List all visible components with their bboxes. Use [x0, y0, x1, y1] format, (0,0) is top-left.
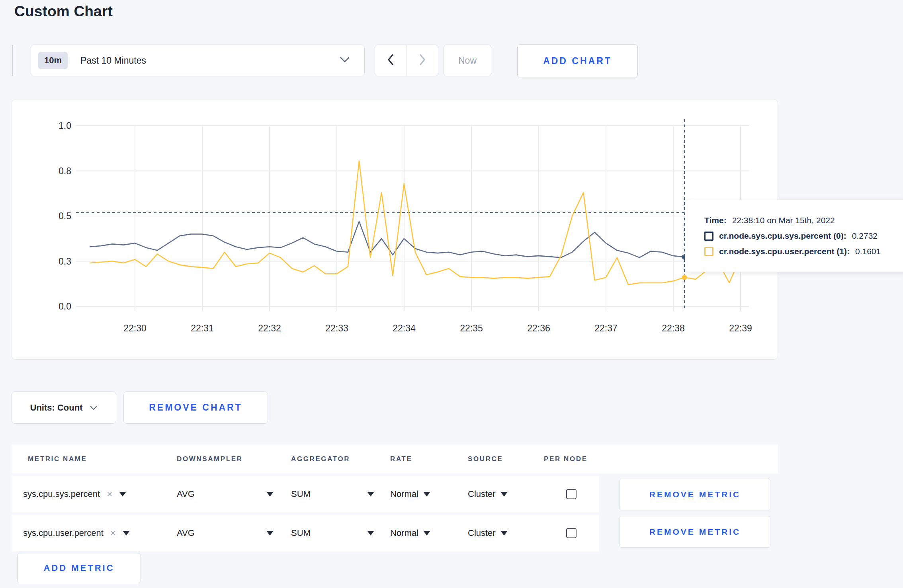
dropdown-arrow-icon	[500, 492, 508, 496]
rate-value: Normal	[390, 528, 418, 538]
dropdown-arrow-icon	[123, 531, 130, 535]
dropdown-arrow-icon	[423, 531, 430, 535]
dropdown-arrow-icon	[266, 531, 274, 535]
downsampler-value: AVG	[177, 489, 195, 499]
chevron-down-icon	[340, 56, 350, 64]
metric-name-dropdown[interactable]: sys.cpu.user.percent ×	[23, 528, 130, 539]
downsampler-dropdown[interactable]: AVG	[177, 528, 274, 538]
series-line-user	[90, 161, 741, 285]
tooltip-series-name: cr.node.sys.cpu.user.percent (1):	[719, 247, 850, 256]
y-axis-tick-label: 0.0	[59, 301, 71, 312]
x-axis-tick-label: 22:30	[123, 323, 147, 333]
dropdown-arrow-icon	[119, 492, 126, 496]
metric-name-value: sys.cpu.sys.percent	[23, 489, 100, 499]
table-row: sys.cpu.user.percent × AVG SUM Normal Cl…	[12, 515, 599, 551]
x-axis-tick-label: 22:38	[662, 323, 685, 333]
time-range-badge: 10m	[38, 52, 68, 69]
x-axis-tick-label: 22:33	[325, 323, 348, 333]
now-button[interactable]: Now	[444, 45, 491, 76]
next-window-button[interactable]	[407, 45, 438, 76]
rate-dropdown[interactable]: Normal	[390, 489, 430, 499]
time-range-select[interactable]: 10m Past 10 Minutes	[31, 45, 365, 76]
metrics-table-header: METRIC NAME DOWNSAMPLER AGGREGATOR RATE …	[12, 445, 778, 473]
add-metric-button[interactable]: ADD METRIC	[17, 553, 141, 583]
remove-chart-button[interactable]: REMOVE CHART	[123, 391, 268, 424]
custom-chart-plot[interactable]: 0.00.30.50.81.022:3022:3122:3222:3322:34…	[12, 99, 777, 359]
y-axis-tick-label: 0.8	[59, 166, 71, 176]
y-axis-tick-label: 0.3	[59, 256, 71, 267]
source-value: Cluster	[468, 528, 496, 538]
source-dropdown[interactable]: Cluster	[468, 528, 508, 538]
col-header-aggregator: AGGREGATOR	[291, 455, 350, 463]
x-axis-tick-label: 22:37	[594, 323, 618, 333]
sys-series-swatch-icon	[704, 232, 713, 241]
col-header-source: SOURCE	[468, 455, 503, 463]
tooltip-series-row: cr.node.sys.cpu.sys.percent (0): 0.2732	[704, 231, 903, 241]
prev-window-button[interactable]	[375, 45, 407, 76]
dropdown-arrow-icon	[367, 492, 374, 496]
remove-metric-button[interactable]: REMOVE METRIC	[620, 479, 770, 510]
x-axis-tick-label: 22:36	[527, 323, 550, 333]
chevron-right-icon	[418, 54, 426, 67]
per-node-checkbox[interactable]	[566, 489, 577, 499]
per-node-checkbox[interactable]	[566, 528, 577, 538]
dropdown-arrow-icon	[423, 492, 430, 496]
units-label: Units: Count	[30, 403, 83, 413]
metric-name-dropdown[interactable]: sys.cpu.sys.percent ×	[23, 489, 126, 500]
tooltip-time-label: Time:	[704, 216, 727, 225]
tooltip-series-row: cr.node.sys.cpu.user.percent (1): 0.1601	[704, 247, 903, 256]
dropdown-arrow-icon	[500, 531, 508, 535]
table-row: sys.cpu.sys.percent × AVG SUM Normal Clu…	[12, 476, 599, 512]
chevron-left-icon	[387, 54, 395, 67]
tooltip-series-value: 0.1601	[855, 247, 881, 256]
x-axis-tick-label: 22:35	[460, 323, 483, 333]
user-series-swatch-icon	[704, 247, 713, 256]
aggregator-dropdown[interactable]: SUM	[291, 489, 374, 499]
crosshair-point-user	[682, 275, 687, 280]
time-window-pager	[375, 45, 438, 76]
chart-card: 0.00.30.50.81.022:3022:3122:3222:3322:34…	[12, 99, 778, 360]
tooltip-series-name: cr.node.sys.cpu.sys.percent (0):	[719, 231, 846, 241]
tooltip-series-value: 0.2732	[852, 231, 878, 241]
chevron-down-icon	[90, 403, 98, 413]
dropdown-arrow-icon	[367, 531, 374, 535]
col-header-rate: RATE	[390, 455, 412, 463]
time-range-label: Past 10 Minutes	[80, 55, 146, 66]
col-header-downsampler: DOWNSAMPLER	[177, 455, 243, 463]
downsampler-value: AVG	[177, 528, 195, 538]
add-chart-button[interactable]: ADD CHART	[517, 44, 638, 78]
source-value: Cluster	[468, 489, 496, 499]
page-title: Custom Chart	[14, 3, 113, 20]
x-axis-tick-label: 22:34	[393, 323, 416, 333]
clear-metric-icon[interactable]: ×	[110, 528, 116, 539]
y-axis-tick-label: 0.5	[59, 211, 71, 221]
x-axis-tick-label: 22:31	[191, 323, 214, 333]
aggregator-value: SUM	[291, 528, 311, 538]
downsampler-dropdown[interactable]: AVG	[177, 489, 274, 499]
y-axis-tick-label: 1.0	[59, 121, 71, 131]
x-axis-tick-label: 22:39	[729, 323, 752, 333]
remove-metric-button[interactable]: REMOVE METRIC	[620, 516, 770, 548]
x-axis-tick-label: 22:32	[258, 323, 281, 333]
col-header-metric-name: METRIC NAME	[28, 455, 87, 463]
source-dropdown[interactable]: Cluster	[468, 489, 508, 499]
col-header-per-node: PER NODE	[544, 455, 588, 463]
tooltip-time-row: Time: 22:38:10 on Mar 15th, 2022	[704, 216, 903, 225]
aggregator-value: SUM	[291, 489, 311, 499]
toolbar-left-divider	[12, 45, 13, 76]
rate-value: Normal	[390, 489, 418, 499]
tooltip-time-value: 22:38:10 on Mar 15th, 2022	[732, 216, 835, 225]
metric-name-value: sys.cpu.user.percent	[23, 528, 104, 538]
rate-dropdown[interactable]: Normal	[390, 528, 430, 538]
aggregator-dropdown[interactable]: SUM	[291, 528, 374, 538]
dropdown-arrow-icon	[266, 492, 274, 496]
clear-metric-icon[interactable]: ×	[107, 489, 112, 500]
chart-tooltip: Time: 22:38:10 on Mar 15th, 2022 cr.node…	[685, 200, 903, 272]
units-select[interactable]: Units: Count	[12, 391, 116, 424]
